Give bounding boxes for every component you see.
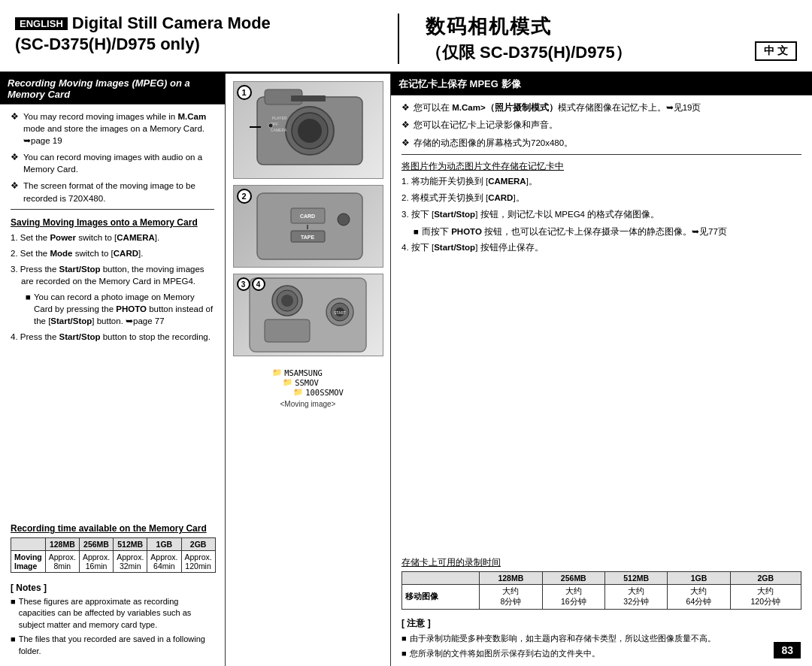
saving-title: Saving Moving Images onto a Memory Card [11, 217, 214, 228]
header-left: ENGLISH Digital Still Camera Mode (SC-D3… [15, 14, 386, 54]
page: ENGLISH Digital Still Camera Mode (SC-D3… [0, 0, 812, 666]
step-circle-1: 1 [237, 85, 252, 100]
table-header-1gb: 1GB [147, 538, 181, 551]
chinese-title: 数码相机模式 [426, 14, 632, 40]
svg-text:START: START [334, 310, 346, 315]
title-line1: ENGLISH Digital Still Camera Mode [15, 14, 386, 33]
divider-1 [11, 209, 214, 210]
diagram-1: 1 DISPLAY PLAYER OFF [233, 81, 383, 179]
svg-rect-22 [265, 319, 310, 342]
cn-step-3: 3. 按下 [Start/Stop] 按钮，则记忆卡以 MPEG4 的格式存储图… [401, 208, 801, 221]
camera-illustration-2: 2 CARD TAPE [233, 185, 383, 268]
cn-bullet-text-1: 您可以在 M.Cam>（照片摄制模式）模式存储图像在记忆卡上。➥见19页 [414, 101, 701, 114]
cell-512mb: Approx.32min [114, 551, 147, 573]
cn-note-text-1: 由于录制功能受多种变数影响，如主题内容和存储卡类型，所以这些图像质量不高。 [410, 633, 716, 644]
camera-illustration-1: 1 DISPLAY PLAYER OFF [233, 81, 383, 179]
svg-point-4 [298, 119, 322, 143]
header-vertical-divider [398, 14, 399, 64]
left-section-header: Recording Moving Images (MPEG) on a Memo… [0, 74, 225, 104]
cell-256mb: Approx.16min [79, 551, 113, 573]
cn-recording-table: 128MB 256MB 512MB 1GB 2GB 移动图像 大约8分钟 大约1… [401, 571, 801, 610]
cn-table-section: 存储卡上可用的录制时间 128MB 256MB 512MB 1GB 2GB [391, 553, 812, 613]
cn-cell-128mb: 大约8分钟 [480, 585, 542, 610]
table-row: Moving Image Approx.8min Approx.16min Ap… [11, 551, 216, 573]
cn-th-256mb: 256MB [542, 572, 604, 585]
diagram-2: 2 CARD TAPE [233, 185, 383, 268]
step-circle-4: 4 [252, 277, 265, 291]
title-line2: (SC-D375(H)/D975 only) [15, 35, 386, 54]
cn-bullet-1: ❖ 您可以在 M.Cam>（照片摄制模式）模式存储图像在记忆卡上。➥见19页 [401, 101, 801, 114]
cn-cell-512mb: 大约32分钟 [605, 585, 668, 610]
chinese-subtitle: （仅限 SC-D375(H)/D975） [426, 41, 632, 64]
main-content: Recording Moving Images (MPEG) on a Memo… [0, 74, 812, 666]
english-badge: ENGLISH [15, 17, 68, 30]
table-header-128mb: 128MB [45, 538, 79, 551]
cn-square-note-1: ■ [401, 633, 407, 644]
step-1: 1. Set the Power switch to [CAMERA]. [11, 232, 214, 244]
cn-th-empty [402, 572, 480, 585]
left-column: Recording Moving Images (MPEG) on a Memo… [0, 74, 226, 666]
middle-column: 1 DISPLAY PLAYER OFF [226, 74, 391, 666]
square-bullet-note-1: ■ [11, 596, 16, 631]
right-content-body: ❖ 您可以在 M.Cam>（照片摄制模式）模式存储图像在记忆卡上。➥见19页 ❖… [391, 95, 812, 553]
cn-diamond-1: ❖ [401, 101, 410, 114]
cn-th-128mb: 128MB [480, 572, 542, 585]
table-header-empty [11, 538, 46, 551]
diamond-icon-3: ❖ [11, 180, 19, 204]
cn-divider-1 [401, 154, 801, 155]
note-text-1: These figures are approximate as recordi… [19, 596, 214, 631]
cn-notes-section: [ 注意 ] ■ 由于录制功能受多种变数影响，如主题内容和存储卡类型，所以这些图… [391, 613, 812, 666]
bullet-item-2: ❖ You can record moving images with audi… [11, 151, 214, 175]
cn-bullet-text-3: 存储的动态图像的屏幕格式为720x480。 [414, 137, 573, 150]
cn-section-title: 将图片作为动态图片文件存储在记忆卡中 [401, 161, 801, 172]
cn-th-2gb: 2GB [730, 572, 801, 585]
camera-svg-1: DISPLAY PLAYER OFF CAMERA [235, 82, 381, 178]
cn-step-4: 4. 按下 [Start/Stop] 按钮停止保存。 [401, 241, 801, 254]
cn-table-row: 移动图像 大约8分钟 大约16分钟 大约32分钟 大约64分钟 大约120分钟 [402, 585, 801, 610]
camera-illustration-3: 3 4 START [233, 274, 383, 356]
note-1: ■ These figures are approximate as recor… [11, 596, 214, 631]
diamond-icon-1: ❖ [11, 110, 19, 147]
recording-time-table: 128MB 256MB 512MB 1GB 2GB Moving Image A… [11, 537, 216, 573]
header: ENGLISH Digital Still Camera Mode (SC-D3… [0, 0, 812, 72]
folder-tree: 📁 MSAMSUNG 📁 SSMOV 📁 100SSMOV [272, 368, 344, 397]
svg-text:CAMERA: CAMERA [271, 128, 287, 132]
cn-row-label: 移动图像 [402, 585, 480, 610]
cn-square-note-2: ■ [401, 648, 407, 659]
diagram-3-4: 3 4 START [233, 274, 383, 356]
square-bullet-1: ■ [26, 291, 31, 327]
notes-section: [ Notes ] ■ These figures are approximat… [0, 579, 225, 666]
title-text-1: Digital Still Camera Mode [72, 14, 271, 33]
chinese-label: 中 文 [755, 41, 797, 61]
step-circle-3: 3 [237, 277, 250, 291]
step-3: 3. Press the Start/Stop button, the movi… [11, 263, 214, 287]
folder-msamsung: 📁 MSAMSUNG [272, 368, 344, 377]
cn-step-3-sub: ■ 而按下 PHOTO 按钮，也可以在记忆卡上保存摄录一体的静态图像。➥见77页 [401, 226, 801, 238]
cn-step-2: 2. 将模式开关切换到 [CARD]。 [401, 192, 801, 204]
cn-bullet-2: ❖ 您可以在记忆卡上记录影像和声音。 [401, 119, 801, 132]
cell-1gb: Approx.64min [147, 551, 181, 573]
svg-text:PLAYER: PLAYER [272, 116, 287, 120]
right-section-header: 在记忆卡上保存 MPEG 影像 [391, 74, 812, 95]
note-2: ■ The files that you recorded are saved … [11, 634, 214, 657]
folder-100ssmov: 📁 100SSMOV [272, 387, 344, 397]
cn-notes-title: [ 注意 ] [401, 617, 801, 630]
cn-cell-1gb: 大约64分钟 [668, 585, 730, 610]
step-circles-3-4: 3 4 [237, 277, 267, 291]
cell-128mb: Approx.8min [45, 551, 79, 573]
bullet-item-1: ❖ You may record moving images while in … [11, 110, 214, 147]
camera-svg-2: CARD TAPE [235, 186, 381, 267]
moving-image-caption: <Moving image> [272, 400, 344, 408]
cn-square-bullet: ■ [414, 226, 419, 238]
cn-cell-256mb: 大约16分钟 [542, 585, 604, 610]
step-3-sub-text: You can record a photo image on Memory C… [34, 291, 214, 327]
note-text-2: The files that you recorded are saved in… [19, 634, 214, 657]
folder-ssmov: 📁 SSMOV [272, 377, 344, 387]
folder-ssmov-label: SSMOV [295, 378, 319, 387]
svg-rect-11 [257, 193, 362, 259]
notes-title: [ Notes ] [11, 583, 214, 593]
step-circle-2: 2 [237, 189, 252, 204]
svg-point-10 [268, 123, 273, 128]
step-4: 4. Press the Start/Stop button to stop t… [11, 331, 214, 343]
table-header-256mb: 256MB [79, 538, 113, 551]
